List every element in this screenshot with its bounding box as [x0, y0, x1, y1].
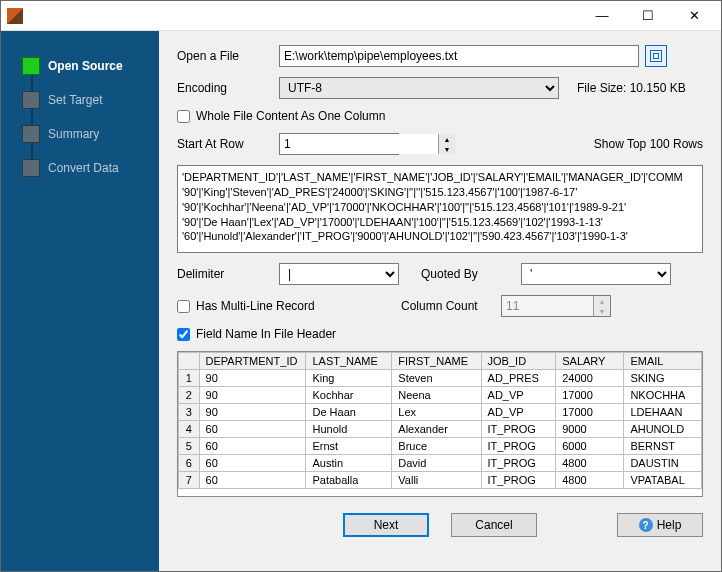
cell[interactable]: Ernst	[306, 438, 392, 455]
whole-file-checkbox-row: Whole File Content As One Column	[177, 109, 703, 123]
cell[interactable]: 60	[199, 421, 306, 438]
cell[interactable]: AD_VP	[481, 404, 556, 421]
table-row[interactable]: 390De HaanLexAD_VP17000LDEHAAN	[179, 404, 702, 421]
start-row-input[interactable]	[280, 134, 438, 154]
step-convert-data[interactable]: Convert Data	[19, 151, 159, 185]
cell[interactable]: IT_PROG	[481, 421, 556, 438]
cell[interactable]: IT_PROG	[481, 455, 556, 472]
cell[interactable]: Neena	[392, 387, 481, 404]
help-icon: ?	[639, 518, 653, 532]
preview-line: 'DEPARTMENT_ID'|'LAST_NAME'|'FIRST_NAME'…	[182, 170, 698, 185]
cell[interactable]: Steven	[392, 370, 481, 387]
column-header[interactable]: JOB_ID	[481, 353, 556, 370]
cell[interactable]: 17000	[556, 387, 624, 404]
cell[interactable]: Pataballa	[306, 472, 392, 489]
multiline-label: Has Multi-Line Record	[196, 299, 315, 313]
table-row[interactable]: 660AustinDavidIT_PROG4800DAUSTIN	[179, 455, 702, 472]
data-grid[interactable]: DEPARTMENT_IDLAST_NAMEFIRST_NAMEJOB_IDSA…	[177, 351, 703, 497]
cell[interactable]: David	[392, 455, 481, 472]
cell[interactable]: King	[306, 370, 392, 387]
table-row[interactable]: 290KochharNeenaAD_VP17000NKOCHHA	[179, 387, 702, 404]
cell[interactable]: 4800	[556, 472, 624, 489]
file-size-label: File Size: 10.150 KB	[577, 81, 686, 95]
cancel-button[interactable]: Cancel	[451, 513, 537, 537]
cell[interactable]: AD_VP	[481, 387, 556, 404]
cell[interactable]: 60	[199, 438, 306, 455]
cell[interactable]: LDEHAAN	[624, 404, 702, 421]
cell[interactable]: 4800	[556, 455, 624, 472]
cell[interactable]: Kochhar	[306, 387, 392, 404]
table-row[interactable]: 460HunoldAlexanderIT_PROG9000AHUNOLD	[179, 421, 702, 438]
step-set-target[interactable]: Set Target	[19, 83, 159, 117]
header-checkbox[interactable]	[177, 328, 190, 341]
raw-preview[interactable]: 'DEPARTMENT_ID'|'LAST_NAME'|'FIRST_NAME'…	[177, 165, 703, 253]
column-header[interactable]: SALARY	[556, 353, 624, 370]
cell[interactable]: Lex	[392, 404, 481, 421]
cell[interactable]: Austin	[306, 455, 392, 472]
whole-file-checkbox[interactable]	[177, 110, 190, 123]
app-icon	[7, 8, 23, 24]
cell[interactable]: De Haan	[306, 404, 392, 421]
maximize-button[interactable]: ☐	[625, 1, 671, 31]
cell[interactable]: SKING	[624, 370, 702, 387]
row-number-header	[179, 353, 200, 370]
row-number: 4	[179, 421, 200, 438]
table-row[interactable]: 760PataballaValliIT_PROG4800VPATABAL	[179, 472, 702, 489]
file-path-input[interactable]	[279, 45, 639, 67]
column-count-label: Column Count	[401, 299, 501, 313]
step-label: Set Target	[48, 93, 102, 107]
cell[interactable]: 90	[199, 404, 306, 421]
row-number: 7	[179, 472, 200, 489]
cell[interactable]: VPATABAL	[624, 472, 702, 489]
step-box-icon	[22, 57, 40, 75]
spinner-up[interactable]: ▲	[439, 134, 455, 144]
table-row[interactable]: 560ErnstBruceIT_PROG6000BERNST	[179, 438, 702, 455]
cell[interactable]: 6000	[556, 438, 624, 455]
cell[interactable]: 17000	[556, 404, 624, 421]
delimiter-label: Delimiter	[177, 267, 279, 281]
cell[interactable]: IT_PROG	[481, 438, 556, 455]
column-header[interactable]: EMAIL	[624, 353, 702, 370]
minimize-button[interactable]: —	[579, 1, 625, 31]
cell[interactable]: AHUNOLD	[624, 421, 702, 438]
step-summary[interactable]: Summary	[19, 117, 159, 151]
start-row-spinner[interactable]: ▲ ▼	[279, 133, 399, 155]
cell[interactable]: Bruce	[392, 438, 481, 455]
cell[interactable]: 9000	[556, 421, 624, 438]
cell[interactable]: Valli	[392, 472, 481, 489]
step-label: Open Source	[48, 59, 123, 73]
column-header[interactable]: LAST_NAME	[306, 353, 392, 370]
close-button[interactable]: ✕	[671, 1, 717, 31]
cell[interactable]: IT_PROG	[481, 472, 556, 489]
cell[interactable]: 90	[199, 370, 306, 387]
cell[interactable]: 60	[199, 472, 306, 489]
column-header[interactable]: DEPARTMENT_ID	[199, 353, 306, 370]
spinner-up: ▲	[594, 296, 610, 306]
column-header[interactable]: FIRST_NAME	[392, 353, 481, 370]
encoding-select[interactable]: UTF-8	[279, 77, 559, 99]
next-button[interactable]: Next	[343, 513, 429, 537]
cell[interactable]: 24000	[556, 370, 624, 387]
delimiter-select[interactable]: |	[279, 263, 399, 285]
spinner-down[interactable]: ▼	[439, 144, 455, 154]
row-number: 3	[179, 404, 200, 421]
cell[interactable]: BERNST	[624, 438, 702, 455]
quoted-select[interactable]: '	[521, 263, 671, 285]
preview-line: '90'|'Kochhar'|'Neena'|'AD_VP'|'17000'|'…	[182, 200, 698, 215]
cell[interactable]: Hunold	[306, 421, 392, 438]
step-box-icon	[22, 159, 40, 177]
multiline-checkbox[interactable]	[177, 300, 190, 313]
cell[interactable]: Alexander	[392, 421, 481, 438]
cell[interactable]: AD_PRES	[481, 370, 556, 387]
cell[interactable]: DAUSTIN	[624, 455, 702, 472]
table-row[interactable]: 190KingStevenAD_PRES24000SKING	[179, 370, 702, 387]
show-top-label: Show Top 100 Rows	[594, 137, 703, 151]
cell[interactable]: 90	[199, 387, 306, 404]
help-button[interactable]: ? Help	[617, 513, 703, 537]
cell[interactable]: NKOCHHA	[624, 387, 702, 404]
step-open-source[interactable]: Open Source	[19, 49, 159, 83]
spinner-down: ▼	[594, 306, 610, 316]
browse-file-button[interactable]	[645, 45, 667, 67]
cell[interactable]: 60	[199, 455, 306, 472]
browse-icon	[650, 50, 662, 62]
